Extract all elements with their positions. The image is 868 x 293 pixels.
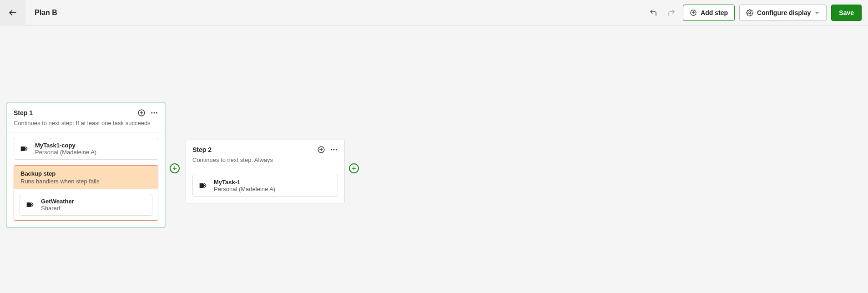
plus-icon xyxy=(351,166,357,171)
workflow-canvas[interactable]: Step 1 Continues to next step: If at lea… xyxy=(0,26,868,293)
backup-desc: Runs handlers when step fails xyxy=(20,178,151,185)
task-name: GetWeather xyxy=(41,198,74,205)
svg-point-10 xyxy=(156,112,157,114)
add-step-label: Add step xyxy=(701,9,728,16)
svg-point-18 xyxy=(336,149,337,151)
backup-title: Backup step xyxy=(20,170,151,177)
step-add-task-button[interactable] xyxy=(317,146,325,154)
step-add-task-button[interactable] xyxy=(137,109,146,117)
plus-circle-icon xyxy=(317,146,325,154)
arrow-left-icon xyxy=(8,8,17,17)
task-meta: Personal (Madeleine A) xyxy=(35,149,96,156)
step-continues-label: Continues to next step: If at least one … xyxy=(14,120,158,126)
add-step-between-button[interactable] xyxy=(170,163,180,173)
configure-display-button[interactable]: Configure display xyxy=(739,5,827,21)
back-button[interactable] xyxy=(0,0,25,26)
task-card[interactable]: MyTask-1 Personal (Madeleine A) xyxy=(192,175,338,197)
gear-icon xyxy=(746,9,753,16)
step-header: Step 1 Continues to next step: If at lea… xyxy=(7,103,165,132)
svg-point-16 xyxy=(331,149,332,151)
save-label: Save xyxy=(839,9,854,16)
task-name: MyTask1-copy xyxy=(35,142,96,149)
page-header: Plan B Add step Configure display Save xyxy=(0,0,868,26)
header-actions: Add step Configure display Save xyxy=(646,5,868,21)
undo-icon xyxy=(649,9,657,17)
step-header: Step 2 Continues to next step: Always xyxy=(186,140,344,169)
task-icon xyxy=(198,181,208,191)
dots-horizontal-icon xyxy=(150,109,158,117)
svg-point-17 xyxy=(333,149,335,151)
step-card-2[interactable]: Step 2 Continues to next step: Always xyxy=(186,140,345,203)
step-continues-label: Continues to next step: Always xyxy=(192,157,338,163)
add-step-button[interactable]: Add step xyxy=(683,5,735,21)
redo-button[interactable] xyxy=(665,6,678,20)
plus-circle-icon xyxy=(690,9,697,16)
page-title: Plan B xyxy=(35,9,57,17)
step-menu-button[interactable] xyxy=(330,146,338,154)
step-title: Step 2 xyxy=(192,146,212,153)
task-name: MyTask-1 xyxy=(214,179,275,186)
step-card-1[interactable]: Step 1 Continues to next step: If at lea… xyxy=(6,102,166,228)
backup-header: Backup step Runs handlers when step fail… xyxy=(14,166,158,189)
dots-horizontal-icon xyxy=(330,146,338,154)
task-meta: Shared xyxy=(41,205,74,212)
step-title: Step 1 xyxy=(14,109,33,116)
redo-icon xyxy=(667,9,676,17)
task-icon xyxy=(20,144,30,154)
svg-point-4 xyxy=(749,12,751,14)
task-card[interactable]: GetWeather Shared xyxy=(20,194,152,216)
step-menu-button[interactable] xyxy=(150,109,158,117)
chevron-down-icon xyxy=(814,10,820,15)
svg-point-8 xyxy=(151,112,152,114)
undo-button[interactable] xyxy=(646,6,660,20)
task-meta: Personal (Madeleine A) xyxy=(214,186,275,192)
save-button[interactable]: Save xyxy=(831,5,862,21)
plus-circle-icon xyxy=(137,109,146,117)
add-step-after-button[interactable] xyxy=(349,163,359,173)
task-card[interactable]: MyTask1-copy Personal (Madeleine A) xyxy=(14,138,158,160)
backup-step-card: Backup step Runs handlers when step fail… xyxy=(14,165,158,221)
configure-display-label: Configure display xyxy=(757,9,811,16)
task-icon xyxy=(25,200,35,210)
plus-icon xyxy=(172,166,177,171)
svg-point-9 xyxy=(154,112,155,114)
